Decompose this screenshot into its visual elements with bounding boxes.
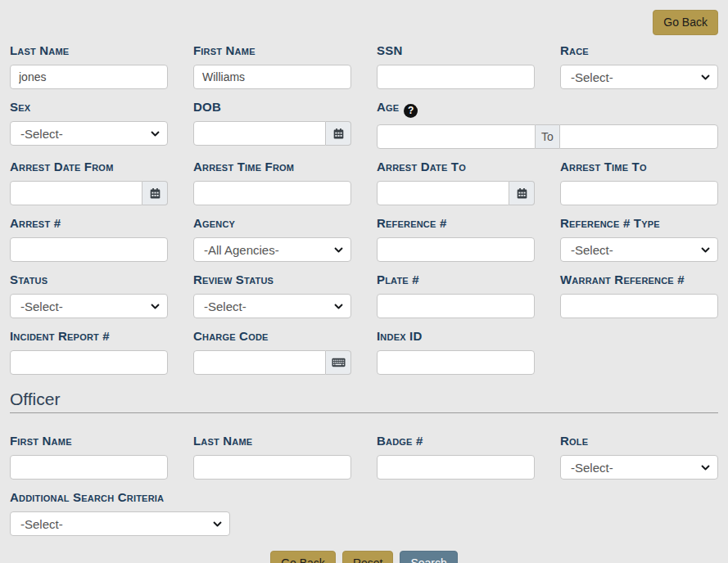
- role-select[interactable]: -Select-: [560, 455, 718, 480]
- search-form-page: Go Back Last Name First Name SSN Race -S…: [0, 0, 728, 563]
- incident-report-number-input[interactable]: [10, 350, 168, 375]
- first-name-label: First Name: [193, 43, 351, 58]
- chevron-down-icon: [150, 301, 161, 312]
- additional-search-criteria-label: Additional Search Criteria: [10, 489, 718, 505]
- agency-select-value: -All Agencies-: [204, 243, 279, 257]
- agency-field-group: Agency -All Agencies-: [193, 215, 351, 262]
- arrest-date-to-label: Arrest Date To: [377, 159, 535, 174]
- chevron-down-icon: [333, 245, 344, 255]
- warrant-reference-number-input[interactable]: [560, 294, 718, 318]
- row-6: Incident Report # Charge Code: [10, 328, 718, 385]
- reset-button[interactable]: Reset: [342, 551, 394, 563]
- index-id-input[interactable]: [377, 350, 535, 375]
- arrest-date-from-field-group: Arrest Date From: [10, 159, 168, 205]
- warrant-reference-number-field-group: Warrant Reference #: [560, 272, 718, 318]
- chevron-down-icon: [333, 301, 344, 312]
- last-name-label: Last Name: [10, 43, 168, 58]
- officer-last-name-input[interactable]: [193, 455, 351, 480]
- plate-number-input[interactable]: [377, 294, 535, 318]
- chevron-down-icon: [150, 128, 161, 139]
- dob-calendar-button[interactable]: [326, 121, 351, 146]
- age-from-input[interactable]: [377, 124, 536, 149]
- reference-number-type-select[interactable]: -Select-: [560, 237, 718, 262]
- status-field-group: Status -Select-: [10, 272, 168, 318]
- age-field-group: Age? To: [377, 99, 718, 149]
- arrest-date-to-calendar-button[interactable]: [509, 181, 535, 205]
- additional-search-criteria-field-group: Additional Search Criteria -Select-: [10, 489, 718, 536]
- go-back-button[interactable]: Go Back: [270, 551, 336, 563]
- reference-number-input[interactable]: [377, 237, 535, 262]
- charge-code-input[interactable]: [193, 350, 326, 375]
- index-id-label: Index ID: [377, 328, 535, 344]
- plate-number-field-group: Plate #: [377, 272, 535, 318]
- dob-input[interactable]: [193, 121, 326, 146]
- chevron-down-icon: [700, 462, 711, 473]
- calendar-icon: [149, 187, 161, 200]
- row-2: Sex -Select- DOB: [10, 99, 718, 159]
- badge-number-field-group: Badge #: [377, 433, 535, 480]
- ssn-field-group: SSN: [377, 43, 535, 89]
- charge-code-keyboard-button[interactable]: [326, 350, 351, 375]
- sex-select[interactable]: -Select-: [10, 121, 168, 146]
- index-id-field-group: Index ID: [377, 328, 535, 375]
- review-status-field-group: Review Status -Select-: [193, 272, 351, 318]
- charge-code-label: Charge Code: [193, 328, 351, 344]
- incident-report-number-field-group: Incident Report #: [10, 328, 168, 375]
- race-select[interactable]: -Select-: [560, 65, 718, 89]
- sex-select-value: -Select-: [20, 127, 63, 141]
- row-5: Status -Select- Review Status -Select- P…: [10, 272, 718, 328]
- arrest-time-to-label: Arrest Time To: [560, 159, 718, 174]
- arrest-date-to-field-group: Arrest Date To: [377, 159, 535, 205]
- footer-button-bar: Go Back Reset Search: [10, 551, 718, 563]
- calendar-icon: [516, 187, 528, 200]
- incident-report-number-label: Incident Report #: [10, 328, 168, 344]
- race-label: Race: [560, 43, 718, 58]
- age-to-input[interactable]: [559, 124, 718, 149]
- badge-number-input[interactable]: [377, 455, 535, 480]
- arrest-number-field-group: Arrest #: [10, 215, 168, 262]
- row-3: Arrest Date From Arrest Time From: [10, 159, 718, 215]
- officer-first-name-field-group: First Name: [10, 433, 168, 480]
- first-name-input[interactable]: [193, 65, 351, 89]
- chevron-down-icon: [700, 245, 711, 255]
- status-label: Status: [10, 272, 168, 287]
- age-label: Age?: [377, 99, 718, 118]
- additional-search-criteria-select[interactable]: -Select-: [10, 511, 230, 536]
- chevron-down-icon: [700, 72, 711, 83]
- reference-number-label: Reference #: [377, 215, 535, 231]
- last-name-input[interactable]: [10, 65, 168, 89]
- badge-number-label: Badge #: [377, 433, 535, 448]
- arrest-date-to-input[interactable]: [377, 181, 509, 205]
- first-name-field-group: First Name: [193, 43, 351, 89]
- additional-search-criteria-select-value: -Select-: [20, 517, 63, 531]
- warrant-reference-number-label: Warrant Reference #: [560, 272, 718, 287]
- ssn-input[interactable]: [377, 65, 535, 89]
- arrest-date-from-calendar-button[interactable]: [142, 181, 168, 205]
- charge-code-field-group: Charge Code: [193, 328, 351, 375]
- arrest-date-from-input[interactable]: [10, 181, 142, 205]
- reference-number-type-select-value: -Select-: [571, 243, 613, 257]
- status-select[interactable]: -Select-: [10, 294, 168, 318]
- status-select-value: -Select-: [20, 300, 63, 313]
- search-button[interactable]: Search: [400, 551, 457, 563]
- top-go-back-button[interactable]: Go Back: [653, 10, 718, 35]
- row-4: Arrest # Agency -All Agencies- Reference…: [10, 215, 718, 272]
- question-circle-icon[interactable]: ?: [404, 104, 418, 118]
- race-field-group: Race -Select-: [560, 43, 718, 89]
- arrest-time-from-input[interactable]: [193, 181, 351, 205]
- arrest-time-to-input[interactable]: [560, 181, 718, 205]
- role-field-group: Role -Select-: [560, 433, 718, 480]
- agency-select[interactable]: -All Agencies-: [193, 237, 351, 262]
- reference-number-type-label: Reference # Type: [560, 215, 718, 231]
- arrest-number-input[interactable]: [10, 237, 168, 262]
- plate-number-label: Plate #: [377, 272, 535, 287]
- chevron-down-icon: [212, 519, 223, 529]
- officer-row-1: First Name Last Name Badge # Role -Selec…: [10, 433, 718, 489]
- keyboard-icon: [332, 358, 346, 367]
- officer-first-name-input[interactable]: [10, 455, 168, 480]
- sex-field-group: Sex -Select-: [10, 99, 168, 149]
- review-status-select[interactable]: -Select-: [193, 294, 351, 318]
- review-status-select-value: -Select-: [204, 300, 246, 313]
- agency-label: Agency: [193, 215, 351, 231]
- reference-number-type-field-group: Reference # Type -Select-: [560, 215, 718, 262]
